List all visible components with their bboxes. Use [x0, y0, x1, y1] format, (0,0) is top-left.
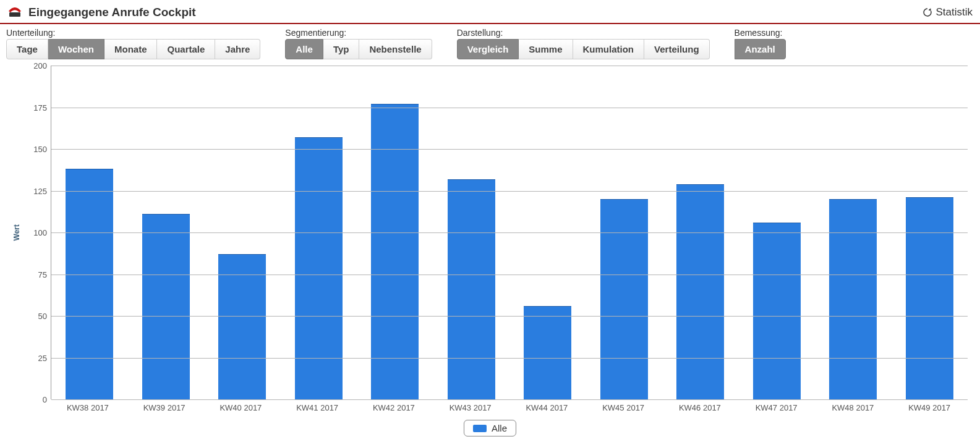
- filter-toolbar: Unterteilung:TageWochenMonateQuartaleJah…: [0, 28, 980, 66]
- toolbar-button[interactable]: Nebenstelle: [359, 39, 432, 59]
- x-tick-label: KW48 2017: [815, 403, 892, 412]
- grid-line: [51, 399, 968, 400]
- phone-icon: [7, 5, 22, 19]
- x-axis-labels: KW38 2017KW39 2017KW40 2017KW41 2017KW42…: [49, 403, 968, 412]
- chart-bar[interactable]: [906, 197, 953, 399]
- x-tick-label: KW46 2017: [662, 403, 738, 412]
- grid-line: [51, 275, 968, 275]
- page-header: Eingegangene Anrufe Cockpit Statistik: [0, 0, 980, 23]
- toolbar-button[interactable]: Quartale: [157, 39, 215, 59]
- chart-bar[interactable]: [295, 137, 343, 399]
- page-title: Eingegangene Anrufe Cockpit: [28, 6, 196, 19]
- toolbar-group: Segmentierung:AlleTypNebenstelle: [285, 28, 432, 59]
- y-tick-label: 25: [38, 353, 47, 362]
- legend-label: Alle: [492, 423, 507, 433]
- grid-line: [51, 149, 968, 150]
- grid-line: [51, 191, 968, 192]
- toolbar-button[interactable]: Typ: [323, 39, 360, 59]
- grid-line: [51, 358, 968, 359]
- y-tick-label: 75: [38, 270, 47, 279]
- chart-bar[interactable]: [524, 306, 571, 399]
- toolbar-group-label: Bemessung:: [735, 28, 786, 38]
- toolbar-group: Unterteilung:TageWochenMonateQuartaleJah…: [6, 28, 260, 59]
- legend-swatch: [473, 425, 487, 432]
- toolbar-button[interactable]: Verteilung: [644, 39, 710, 59]
- grid-line: [51, 232, 968, 233]
- y-tick-label: 50: [38, 312, 47, 321]
- toolbar-group-label: Darstellung:: [457, 28, 710, 38]
- y-tick-label: 150: [33, 145, 47, 154]
- legend-item-alle[interactable]: Alle: [464, 420, 516, 436]
- chart-bar[interactable]: [218, 254, 266, 399]
- toolbar-button[interactable]: Vergleich: [457, 39, 519, 59]
- x-tick-label: KW42 2017: [356, 403, 432, 412]
- header-divider: [0, 23, 980, 24]
- chart-container: Wert 0255075100125150175200 KW38 2017KW3…: [12, 66, 968, 436]
- toolbar-group: Darstellung:VergleichSummeKumulationVert…: [457, 28, 710, 59]
- chart-bar[interactable]: [66, 169, 113, 399]
- x-tick-label: KW39 2017: [126, 403, 203, 412]
- chart-plot-area[interactable]: [51, 66, 968, 399]
- chart-bar[interactable]: [371, 104, 419, 399]
- chart-bar[interactable]: [753, 223, 801, 399]
- grid-line: [51, 66, 968, 66]
- refresh-icon: [922, 7, 933, 18]
- chart-legend: Alle: [12, 420, 968, 436]
- toolbar-button[interactable]: Monate: [104, 39, 158, 59]
- chart-bar[interactable]: [142, 214, 190, 399]
- y-axis-ticks: 0255075100125150175200: [23, 66, 51, 399]
- toolbar-button[interactable]: Wochen: [48, 39, 104, 59]
- svg-rect-0: [9, 12, 20, 17]
- toolbar-button[interactable]: Jahre: [215, 39, 260, 59]
- toolbar-group: Bemessung:Anzahl: [735, 28, 786, 59]
- chart: Wert 0255075100125150175200: [12, 66, 968, 399]
- toolbar-button[interactable]: Alle: [285, 39, 323, 59]
- x-tick-label: KW47 2017: [738, 403, 815, 412]
- toolbar-button[interactable]: Tage: [6, 39, 48, 59]
- chart-bar[interactable]: [676, 184, 724, 399]
- y-tick-label: 125: [33, 186, 47, 195]
- y-tick-label: 175: [33, 103, 47, 112]
- grid-line: [51, 108, 968, 108]
- x-tick-label: KW44 2017: [509, 403, 586, 412]
- chart-bar[interactable]: [600, 199, 648, 399]
- toolbar-button[interactable]: Summe: [519, 39, 573, 59]
- y-tick-label: 0: [43, 395, 47, 404]
- y-tick-label: 100: [33, 228, 47, 237]
- y-tick-label: 200: [33, 61, 47, 70]
- y-axis-label: Wert: [12, 224, 21, 241]
- x-tick-label: KW41 2017: [279, 403, 356, 412]
- chart-bar[interactable]: [829, 199, 877, 399]
- x-tick-label: KW38 2017: [49, 403, 126, 412]
- x-tick-label: KW49 2017: [891, 403, 968, 412]
- toolbar-group-label: Segmentierung:: [285, 28, 432, 38]
- statistik-link[interactable]: Statistik: [922, 6, 973, 19]
- toolbar-button[interactable]: Anzahl: [735, 39, 786, 59]
- chart-bar[interactable]: [448, 179, 495, 399]
- x-tick-label: KW40 2017: [203, 403, 279, 412]
- toolbar-button[interactable]: Kumulation: [573, 39, 645, 59]
- grid-line: [51, 316, 968, 317]
- x-tick-label: KW43 2017: [432, 403, 509, 412]
- toolbar-group-label: Unterteilung:: [6, 28, 260, 38]
- x-tick-label: KW45 2017: [585, 403, 662, 412]
